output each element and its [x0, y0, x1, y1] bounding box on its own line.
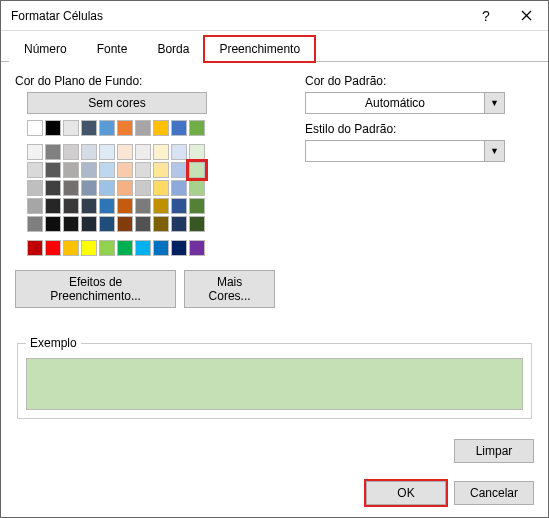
- pattern-color-label: Cor do Padrão:: [305, 74, 534, 88]
- color-swatch[interactable]: [171, 198, 187, 214]
- color-swatch[interactable]: [171, 216, 187, 232]
- color-swatch[interactable]: [153, 120, 169, 136]
- color-swatch[interactable]: [81, 144, 97, 160]
- color-swatch[interactable]: [117, 198, 133, 214]
- dialog-footer: OK Cancelar: [366, 481, 534, 505]
- color-swatch[interactable]: [117, 180, 133, 196]
- color-palette: [27, 120, 275, 256]
- pattern-color-dropdown[interactable]: Automático ▼: [305, 92, 505, 114]
- color-swatch[interactable]: [171, 162, 187, 178]
- color-swatch[interactable]: [45, 240, 61, 256]
- color-swatch[interactable]: [189, 144, 205, 160]
- color-swatch[interactable]: [63, 144, 79, 160]
- no-color-button[interactable]: Sem cores: [27, 92, 207, 114]
- color-swatch[interactable]: [135, 162, 151, 178]
- color-swatch[interactable]: [135, 216, 151, 232]
- color-swatch[interactable]: [135, 120, 151, 136]
- color-swatch[interactable]: [171, 240, 187, 256]
- color-swatch[interactable]: [135, 198, 151, 214]
- close-button[interactable]: [506, 2, 546, 30]
- close-icon: [521, 10, 532, 21]
- color-swatch[interactable]: [45, 162, 61, 178]
- color-swatch[interactable]: [81, 198, 97, 214]
- help-button[interactable]: ?: [466, 2, 506, 30]
- color-swatch[interactable]: [117, 216, 133, 232]
- color-swatch[interactable]: [99, 216, 115, 232]
- color-swatch[interactable]: [189, 198, 205, 214]
- color-swatch[interactable]: [99, 162, 115, 178]
- color-swatch[interactable]: [45, 120, 61, 136]
- color-swatch[interactable]: [99, 198, 115, 214]
- clear-button[interactable]: Limpar: [454, 439, 534, 463]
- color-swatch[interactable]: [99, 240, 115, 256]
- example-group: Exemplo: [17, 336, 532, 419]
- example-legend: Exemplo: [26, 336, 81, 350]
- color-swatch[interactable]: [153, 144, 169, 160]
- color-swatch[interactable]: [81, 120, 97, 136]
- color-swatch[interactable]: [81, 180, 97, 196]
- pattern-style-dropdown[interactable]: ▼: [305, 140, 505, 162]
- ok-button[interactable]: OK: [366, 481, 446, 505]
- color-swatch[interactable]: [45, 144, 61, 160]
- color-swatch[interactable]: [189, 180, 205, 196]
- color-swatch[interactable]: [27, 216, 43, 232]
- color-swatch[interactable]: [63, 216, 79, 232]
- color-swatch[interactable]: [45, 216, 61, 232]
- more-colors-button[interactable]: Mais Cores...: [184, 270, 275, 308]
- bg-color-label: Cor do Plano de Fundo:: [15, 74, 275, 88]
- color-swatch[interactable]: [153, 216, 169, 232]
- tab-fill[interactable]: Preenchimento: [204, 36, 315, 62]
- color-swatch[interactable]: [63, 198, 79, 214]
- color-swatch[interactable]: [153, 180, 169, 196]
- chevron-down-icon: ▼: [484, 141, 504, 161]
- chevron-down-icon: ▼: [484, 93, 504, 113]
- color-swatch[interactable]: [171, 120, 187, 136]
- color-swatch[interactable]: [171, 180, 187, 196]
- color-swatch[interactable]: [27, 198, 43, 214]
- title-bar: Formatar Células ?: [1, 1, 548, 31]
- color-swatch[interactable]: [45, 198, 61, 214]
- color-swatch[interactable]: [81, 216, 97, 232]
- color-swatch[interactable]: [99, 144, 115, 160]
- color-swatch[interactable]: [63, 240, 79, 256]
- color-swatch[interactable]: [153, 162, 169, 178]
- color-swatch[interactable]: [117, 120, 133, 136]
- fill-effects-button[interactable]: Efeitos de Preenchimento...: [15, 270, 176, 308]
- color-swatch[interactable]: [63, 162, 79, 178]
- color-swatch[interactable]: [27, 144, 43, 160]
- color-swatch[interactable]: [117, 240, 133, 256]
- color-swatch[interactable]: [189, 240, 205, 256]
- color-swatch[interactable]: [153, 198, 169, 214]
- color-swatch[interactable]: [117, 162, 133, 178]
- color-swatch[interactable]: [63, 180, 79, 196]
- color-swatch[interactable]: [27, 162, 43, 178]
- example-swatch: [26, 358, 523, 410]
- pattern-style-label: Estilo do Padrão:: [305, 122, 534, 136]
- color-swatch[interactable]: [27, 240, 43, 256]
- color-swatch[interactable]: [63, 120, 79, 136]
- pattern-color-value: Automático: [306, 96, 484, 110]
- color-swatch[interactable]: [117, 144, 133, 160]
- color-swatch[interactable]: [135, 240, 151, 256]
- color-swatch[interactable]: [27, 180, 43, 196]
- tab-strip: Número Fonte Borda Preenchimento: [1, 31, 548, 62]
- color-swatch[interactable]: [99, 180, 115, 196]
- color-swatch[interactable]: [99, 120, 115, 136]
- color-swatch[interactable]: [135, 180, 151, 196]
- color-swatch[interactable]: [189, 216, 205, 232]
- color-swatch[interactable]: [189, 162, 205, 178]
- color-swatch[interactable]: [189, 120, 205, 136]
- color-swatch[interactable]: [45, 180, 61, 196]
- color-swatch[interactable]: [135, 144, 151, 160]
- cancel-button[interactable]: Cancelar: [454, 481, 534, 505]
- tab-font[interactable]: Fonte: [82, 36, 143, 62]
- tab-number[interactable]: Número: [9, 36, 82, 62]
- color-swatch[interactable]: [153, 240, 169, 256]
- tab-border[interactable]: Borda: [142, 36, 204, 62]
- window-title: Formatar Células: [11, 9, 466, 23]
- color-swatch[interactable]: [81, 162, 97, 178]
- color-swatch[interactable]: [81, 240, 97, 256]
- color-swatch[interactable]: [171, 144, 187, 160]
- color-swatch[interactable]: [27, 120, 43, 136]
